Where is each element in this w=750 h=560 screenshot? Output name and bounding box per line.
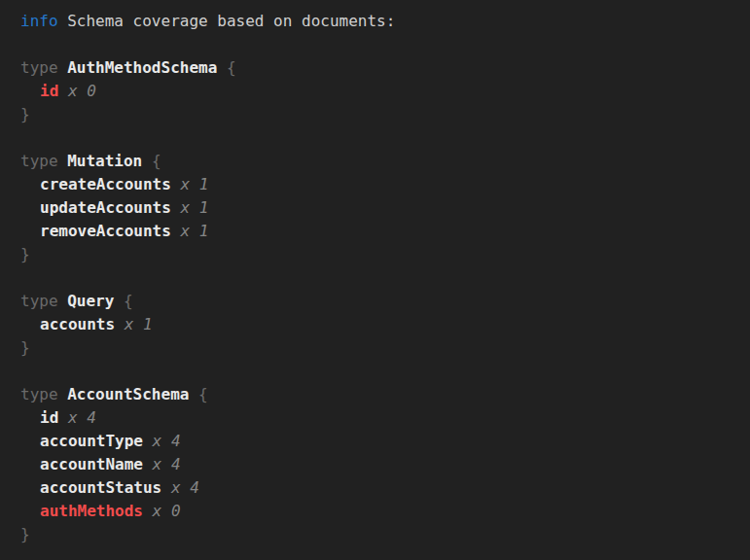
- field-count: x 4: [68, 408, 96, 427]
- close-brace-line: }: [20, 243, 740, 266]
- type-name: Mutation: [67, 152, 142, 170]
- type-declaration-line: type AccountSchema {: [20, 383, 740, 406]
- field-line: updateAccounts x 1: [20, 196, 740, 220]
- field-line: accountStatus x 4: [20, 476, 740, 500]
- info-label: info: [20, 12, 58, 30]
- type-keyword: type: [20, 152, 58, 170]
- field-line: authMethods x 0: [20, 500, 740, 523]
- field-name: accountStatus: [40, 478, 161, 497]
- field-count: x 1: [181, 175, 209, 193]
- field-count: x 0: [153, 502, 181, 520]
- field-name: accounts: [40, 315, 115, 333]
- close-brace-line: }: [20, 336, 740, 360]
- type-name: AuthMethodSchema: [67, 58, 217, 77]
- field-name: accountName: [40, 455, 143, 473]
- field-lines: id x 0: [20, 80, 740, 103]
- field-name: accountType: [40, 432, 143, 450]
- field-count: x 4: [153, 432, 181, 450]
- field-name: updateAccounts: [40, 198, 171, 217]
- field-line: accountType x 4: [20, 430, 740, 453]
- type-block: type AccountSchema { id x 4 accountType …: [20, 383, 740, 546]
- field-lines: id x 4 accountType x 4 accountName x 4 a…: [20, 406, 740, 523]
- coverage-header-text: Schema coverage based on documents:: [67, 12, 395, 30]
- field-line: accounts x 1: [20, 313, 740, 336]
- type-declaration-line: type AuthMethodSchema {: [20, 56, 740, 80]
- field-name: id: [40, 408, 58, 427]
- field-count: x 1: [181, 198, 209, 217]
- type-declaration-line: type Mutation {: [20, 150, 740, 173]
- type-blocks: type AuthMethodSchema { id x 0 } type Mu…: [20, 56, 740, 546]
- terminal-output: info Schema coverage based on documents:…: [0, 0, 750, 560]
- field-line: id x 4: [20, 406, 740, 430]
- field-line: createAccounts x 1: [20, 173, 740, 196]
- type-keyword: type: [20, 385, 58, 403]
- field-line: removeAccounts x 1: [20, 220, 740, 243]
- close-brace: }: [20, 338, 30, 357]
- field-count: x 1: [125, 315, 153, 333]
- field-name: removeAccounts: [40, 222, 171, 240]
- field-count: x 1: [181, 222, 209, 240]
- open-brace: {: [152, 152, 161, 170]
- type-name: Query: [67, 292, 114, 310]
- field-count: x 0: [68, 82, 96, 100]
- field-lines: createAccounts x 1 updateAccounts x 1 re…: [20, 173, 740, 243]
- field-name: id: [40, 82, 58, 100]
- type-declaration-line: type Query {: [20, 290, 740, 313]
- coverage-header-line: info Schema coverage based on documents:: [20, 10, 740, 33]
- field-line: id x 0: [20, 80, 740, 103]
- close-brace: }: [20, 245, 30, 263]
- type-keyword: type: [20, 292, 58, 310]
- open-brace: {: [124, 292, 133, 310]
- close-brace-line: }: [20, 523, 740, 546]
- type-keyword: type: [20, 58, 58, 77]
- field-name: authMethods: [40, 502, 143, 520]
- open-brace: {: [198, 385, 208, 403]
- field-count: x 4: [153, 455, 181, 473]
- type-block: type Mutation { createAccounts x 1 updat…: [20, 150, 740, 266]
- type-name: AccountSchema: [67, 385, 189, 403]
- field-count: x 4: [171, 478, 199, 497]
- type-block: type Query { accounts x 1 }: [20, 290, 740, 360]
- close-brace-line: }: [20, 103, 740, 126]
- close-brace: }: [20, 105, 30, 123]
- open-brace: {: [227, 58, 236, 77]
- field-name: createAccounts: [40, 175, 171, 193]
- field-lines: accounts x 1: [20, 313, 740, 336]
- type-block: type AuthMethodSchema { id x 0 }: [20, 56, 740, 126]
- field-line: accountName x 4: [20, 453, 740, 476]
- close-brace: }: [20, 525, 30, 543]
